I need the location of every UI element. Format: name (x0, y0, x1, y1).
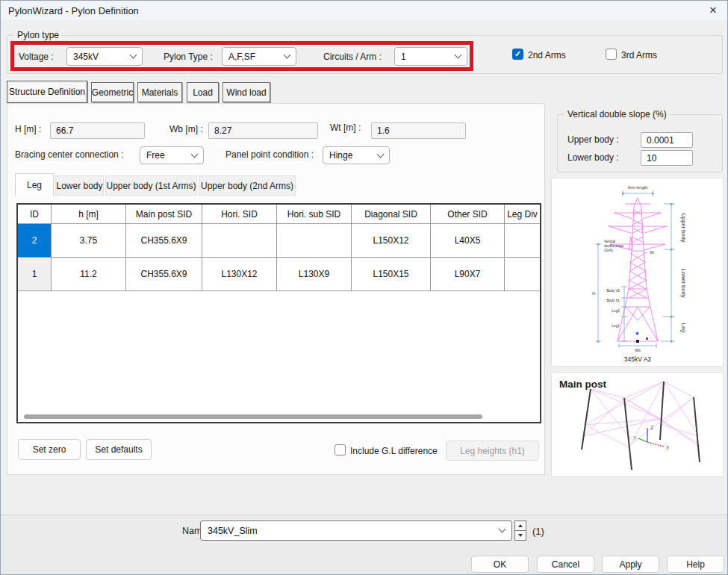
tab-upper-body-2nd-arms[interactable]: Upper body (2nd Arms) (199, 175, 296, 196)
button-label: Apply (619, 559, 641, 570)
cell-leg-div[interactable] (505, 258, 540, 291)
tab-label: Geometric (92, 87, 133, 98)
svg-text:Y: Y (633, 435, 637, 441)
table-row[interactable]: 1 11.2 CH355.6X9 L130X12 L130X9 L150X15 … (18, 258, 540, 291)
svg-text:Leg1: Leg1 (612, 324, 620, 328)
tab-label: Upper body (2nd Arms) (201, 181, 293, 191)
bracing-label: Bracing center connection : (15, 149, 123, 160)
circuits-value: 1 (401, 52, 406, 62)
cell-hori-sub-sid[interactable]: L130X9 (277, 258, 352, 291)
lower-body-input[interactable]: 10 (641, 150, 693, 166)
triangle-up-icon (518, 524, 523, 527)
chevron-down-icon (377, 150, 385, 158)
cell-hori-sid[interactable]: L130X12 (202, 258, 277, 291)
header-other-sid[interactable]: Other SID (431, 205, 505, 224)
set-defaults-button[interactable]: Set defaults (86, 439, 152, 460)
tab-materials[interactable]: Materials (137, 82, 182, 102)
tab-structure-definition[interactable]: Structure Definition (7, 81, 87, 103)
header-leg-div[interactable]: Leg Div (505, 205, 540, 224)
second-arms-checkbox[interactable]: ✓ (512, 49, 523, 60)
tab-lower-body[interactable]: Lower body (55, 175, 104, 196)
cell-diagonal-sid[interactable]: L150X15 (352, 258, 431, 291)
table-row[interactable]: 2 3.75 CH355.6X9 L150X12 L40X5 (18, 224, 540, 258)
pylon-type-select[interactable]: A,F,SF (222, 47, 296, 66)
bracing-select[interactable]: Free (140, 146, 204, 164)
header-h[interactable]: h [m] (52, 205, 126, 224)
panel-point-value: Hinge (329, 150, 352, 161)
set-zero-button[interactable]: Set zero (18, 439, 81, 460)
cell-main-post-sid[interactable]: CH355.6X9 (126, 224, 202, 258)
leg-heights-button[interactable]: Leg heights (h1) (446, 441, 539, 461)
header-main-post-sid[interactable]: Main post SID (126, 205, 202, 224)
cell-leg-div[interactable] (505, 224, 540, 258)
help-button[interactable]: Help (667, 556, 724, 573)
name-count: (1) (532, 526, 544, 537)
upper-body-label: Upper body : (567, 134, 619, 145)
tab-upper-body-1st-arms[interactable]: Upper body (1st Arms) (105, 175, 197, 196)
upper-body-input[interactable]: 0.0001 (641, 132, 693, 148)
header-diagonal-sid[interactable]: Diagonal SID (352, 205, 431, 224)
tower-diagram-box: Arm length Upper body Lower body Leg Ver… (551, 178, 724, 367)
svg-text:(2s/h): (2s/h) (604, 249, 613, 252)
row-id-cell[interactable]: 1 (18, 258, 52, 291)
spinner-down-button[interactable] (514, 531, 526, 541)
lower-body-label: Lower body : (567, 152, 619, 163)
header-hori-sid[interactable]: Hori. SID (202, 205, 277, 224)
button-label: Cancel (552, 559, 579, 570)
svg-text:Wt: Wt (650, 251, 654, 255)
pylon-type-label: Pylon Type : (164, 52, 213, 62)
header-id[interactable]: ID (18, 205, 52, 224)
pylon-type-group-label: Pylon type (14, 30, 62, 40)
cell-main-post-sid[interactable]: CH355.6X9 (126, 258, 202, 291)
leg-table: ID h [m] Main post SID Hori. SID Hori. s… (16, 203, 541, 423)
header-hori-sub-sid[interactable]: Hori. sub SID (277, 205, 352, 224)
main-post-box: Main post Z X Y (551, 372, 724, 477)
third-arms-label: 3rd Arms (621, 50, 657, 60)
cell-diagonal-sid[interactable]: L150X12 (352, 224, 431, 258)
cell-h[interactable]: 3.75 (52, 224, 126, 258)
cancel-button[interactable]: Cancel (537, 556, 594, 573)
tab-load[interactable]: Load (187, 82, 219, 102)
circuits-select[interactable]: 1 (394, 47, 467, 66)
wt-input[interactable]: 1.6 (371, 122, 466, 139)
button-label: Set defaults (95, 444, 142, 455)
button-label: Leg heights (h1) (460, 446, 525, 456)
tab-wind-load[interactable]: Wind load (223, 82, 270, 102)
check-icon: ✓ (514, 50, 521, 58)
cell-h[interactable]: 11.2 (52, 258, 126, 291)
row-id-cell[interactable]: 2 (18, 224, 52, 258)
svg-text:Upper body: Upper body (680, 214, 687, 243)
tab-label: Wind load (226, 87, 266, 98)
spinner-up-button[interactable] (514, 520, 526, 531)
cell-hori-sid[interactable] (202, 224, 277, 258)
circuits-label: Circuits / Arm : (323, 52, 382, 62)
name-value: 345kV_Slim (208, 526, 258, 536)
tab-leg[interactable]: Leg (15, 173, 54, 196)
apply-button[interactable]: Apply (602, 556, 659, 573)
tab-geometric[interactable]: Geometric (91, 82, 134, 102)
main-post-label: Main post (559, 379, 606, 390)
h-input[interactable]: 66.7 (50, 122, 145, 139)
name-select[interactable]: 345kV_Slim (200, 520, 512, 541)
include-gl-checkbox[interactable]: ✓ (335, 444, 346, 456)
cell-other-sid[interactable]: L40X5 (431, 224, 505, 258)
ok-button[interactable]: OK (471, 556, 529, 573)
svg-text:Z: Z (650, 425, 653, 430)
voltage-select[interactable]: 345kV (66, 47, 143, 66)
diagram-labels: Arm length Upper body Lower body Leg Ver… (592, 185, 687, 363)
panel-point-select[interactable]: Hinge (323, 146, 390, 164)
axis-x-dot (646, 338, 648, 340)
triangle-down-icon (518, 534, 523, 537)
h-label: H [m] : (15, 124, 41, 134)
svg-text:Body h2: Body h2 (606, 289, 620, 293)
structure-definition-panel: H [m] : 66.7 Wb [m] : 8.27 Wt [m] : 1.6 … (7, 103, 545, 475)
cell-other-sid[interactable]: L90X7 (431, 258, 505, 291)
horizontal-scrollbar[interactable] (24, 414, 482, 419)
third-arms-checkbox[interactable]: ✓ (606, 49, 617, 60)
tab-label: Structure Definition (9, 87, 85, 97)
wb-input[interactable]: 8.27 (208, 122, 318, 139)
close-icon[interactable]: × (700, 1, 726, 20)
cell-hori-sub-sid[interactable] (277, 224, 352, 258)
name-spinner (514, 520, 526, 541)
tab-label: Upper body (1st Arms) (106, 181, 196, 191)
